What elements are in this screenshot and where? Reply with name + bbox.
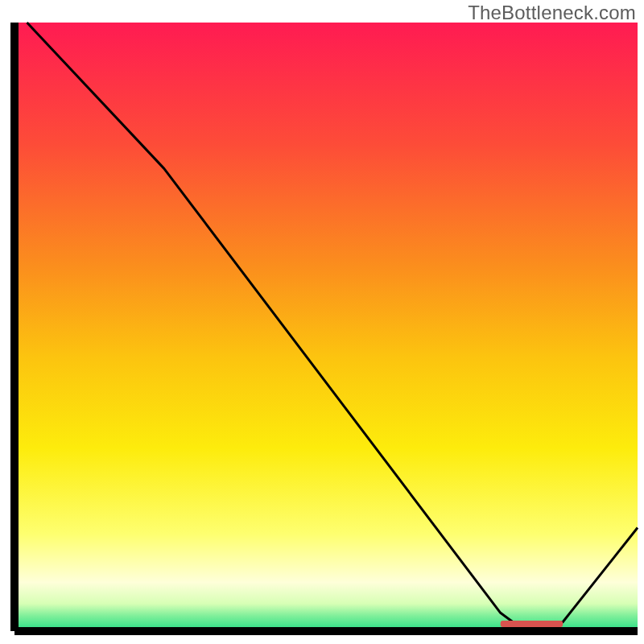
bottleneck-chart <box>0 0 644 644</box>
plot-background <box>14 23 638 631</box>
optimal-range-marker <box>501 621 563 627</box>
chart-container: TheBottleneck.com <box>0 0 644 644</box>
watermark-text: TheBottleneck.com <box>468 2 636 24</box>
